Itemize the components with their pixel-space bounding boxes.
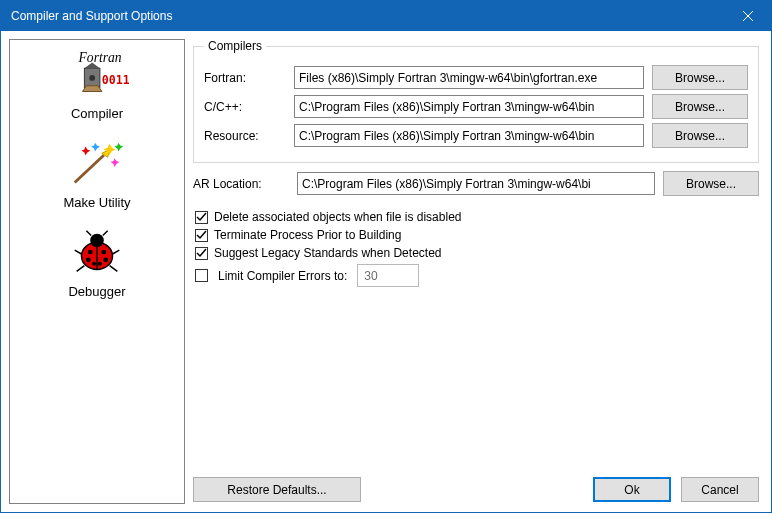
- fortran-input[interactable]: [294, 66, 644, 89]
- close-icon: [743, 11, 753, 21]
- terminate-process-checkbox[interactable]: [195, 229, 208, 242]
- resource-label: Resource:: [204, 129, 286, 143]
- svg-marker-14: [114, 143, 123, 152]
- make-utility-icon: [65, 137, 129, 193]
- svg-marker-13: [81, 147, 90, 156]
- svg-line-25: [103, 231, 108, 236]
- restore-defaults-button[interactable]: Restore Defaults...: [193, 477, 361, 502]
- svg-line-28: [77, 266, 85, 272]
- fortran-row: Fortran: Browse...: [204, 65, 748, 90]
- titlebar: Compiler and Support Options: [1, 1, 771, 31]
- svg-line-8: [75, 155, 104, 182]
- delete-objects-label: Delete associated objects when file is d…: [214, 210, 461, 224]
- resource-row: Resource: Browse...: [204, 123, 748, 148]
- sidebar-item-make-utility[interactable]: Make Utility: [10, 135, 184, 210]
- limit-errors-checkbox[interactable]: [195, 269, 208, 282]
- suggest-legacy-label: Suggest Legacy Standards when Detected: [214, 246, 441, 260]
- debugger-icon: [65, 226, 129, 282]
- svg-point-19: [101, 250, 106, 255]
- svg-marker-11: [91, 143, 100, 152]
- sidebar-item-compiler[interactable]: Fortran 0011 Compiler: [10, 46, 184, 121]
- svg-line-26: [75, 250, 82, 254]
- ar-label: AR Location:: [193, 177, 289, 191]
- limit-errors-input: [357, 264, 419, 287]
- svg-text:0011: 0011: [102, 73, 129, 87]
- ar-row: AR Location: Browse...: [193, 171, 759, 196]
- ccpp-input[interactable]: [294, 95, 644, 118]
- svg-line-29: [110, 266, 118, 272]
- sidebar-item-debugger[interactable]: Debugger: [10, 224, 184, 299]
- limit-errors-label: Limit Compiler Errors to:: [218, 269, 347, 283]
- compilers-group: Compilers Fortran: Browse... C/C++: Brow…: [193, 39, 759, 163]
- cancel-button[interactable]: Cancel: [681, 477, 759, 502]
- terminate-process-label: Terminate Process Prior to Building: [214, 228, 401, 242]
- terminate-process-row: Terminate Process Prior to Building: [195, 228, 763, 242]
- svg-point-5: [89, 75, 95, 81]
- suggest-legacy-row: Suggest Legacy Standards when Detected: [195, 246, 763, 260]
- svg-point-20: [86, 257, 91, 262]
- check-icon: [196, 248, 207, 259]
- ar-input[interactable]: [297, 172, 655, 195]
- svg-marker-6: [82, 86, 101, 92]
- window-title: Compiler and Support Options: [11, 9, 725, 23]
- svg-point-18: [88, 250, 93, 255]
- svg-line-27: [113, 250, 120, 254]
- main-content: Compilers Fortran: Browse... C/C++: Brow…: [193, 39, 763, 477]
- resource-input[interactable]: [294, 124, 644, 147]
- check-icon: [196, 212, 207, 223]
- svg-text:Fortran: Fortran: [78, 50, 122, 65]
- sidebar-item-label: Debugger: [68, 284, 125, 299]
- ok-button[interactable]: Ok: [593, 477, 671, 502]
- compiler-icon: Fortran 0011: [65, 48, 129, 104]
- sidebar-item-label: Make Utility: [63, 195, 130, 210]
- main-panel: Compilers Fortran: Browse... C/C++: Brow…: [193, 39, 763, 504]
- content-area: Fortran 0011 Compiler: [1, 31, 771, 512]
- button-bar: Restore Defaults... Ok Cancel: [193, 477, 763, 504]
- svg-point-21: [103, 257, 108, 262]
- fortran-browse-button[interactable]: Browse...: [652, 65, 748, 90]
- sidebar: Fortran 0011 Compiler: [9, 39, 185, 504]
- delete-objects-row: Delete associated objects when file is d…: [195, 210, 763, 224]
- check-icon: [196, 230, 207, 241]
- fortran-label: Fortran:: [204, 71, 286, 85]
- delete-objects-checkbox[interactable]: [195, 211, 208, 224]
- svg-point-23: [98, 262, 102, 266]
- limit-errors-row: Limit Compiler Errors to:: [195, 264, 763, 287]
- ar-browse-button[interactable]: Browse...: [663, 171, 759, 196]
- ccpp-browse-button[interactable]: Browse...: [652, 94, 748, 119]
- ccpp-label: C/C++:: [204, 100, 286, 114]
- resource-browse-button[interactable]: Browse...: [652, 123, 748, 148]
- compilers-legend: Compilers: [204, 39, 266, 53]
- sidebar-item-label: Compiler: [71, 106, 123, 121]
- svg-point-22: [92, 262, 96, 266]
- svg-marker-12: [111, 158, 120, 167]
- ccpp-row: C/C++: Browse...: [204, 94, 748, 119]
- close-button[interactable]: [725, 1, 771, 31]
- suggest-legacy-checkbox[interactable]: [195, 247, 208, 260]
- svg-line-24: [86, 231, 91, 236]
